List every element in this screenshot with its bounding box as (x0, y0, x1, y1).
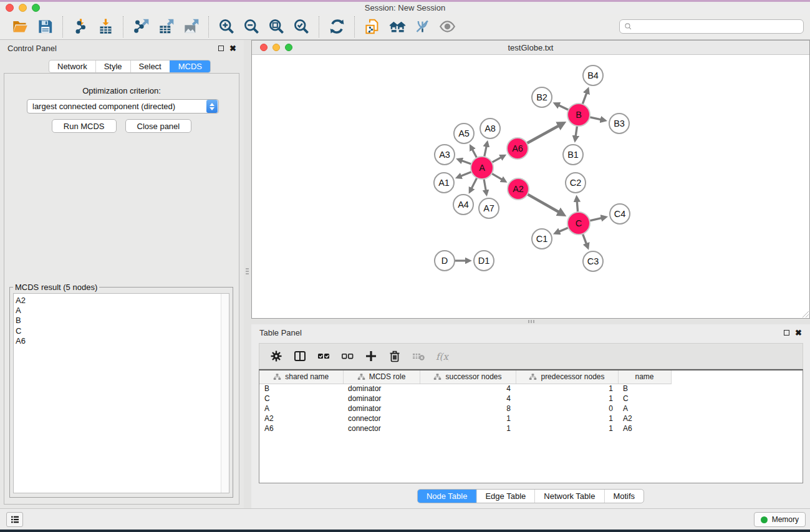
edge-C-C1[interactable] (556, 227, 570, 233)
table-cell[interactable]: A (259, 404, 343, 414)
graph-node-A[interactable]: A (471, 157, 493, 179)
edge-A2-C[interactable] (526, 193, 564, 215)
graph-node-B4[interactable]: B4 (583, 65, 603, 85)
edge-A-A6[interactable] (491, 155, 504, 163)
graph-node-D[interactable]: D (435, 251, 455, 271)
add-column-button[interactable] (359, 346, 383, 367)
graph-node-A6[interactable]: A6 (507, 138, 528, 159)
window-resize-grip-icon[interactable] (801, 309, 809, 317)
zoom-in-button[interactable] (214, 16, 239, 38)
edge-C-C3[interactable] (582, 233, 588, 248)
column-header-predecessor-nodes[interactable]: predecessor nodes (516, 370, 618, 384)
graph-node-A2[interactable]: A2 (508, 178, 529, 200)
edge-A6-B[interactable] (526, 123, 563, 143)
column-header-MCDS-role[interactable]: MCDS role (343, 370, 420, 384)
column-header-shared-name[interactable]: shared name (259, 370, 343, 384)
zoom-out-button[interactable] (239, 16, 264, 38)
graph-node-A7[interactable]: A7 (479, 198, 499, 218)
graph-node-B[interactable]: B (567, 104, 590, 126)
zoom-window-button[interactable] (32, 4, 40, 12)
memory-button[interactable]: Memory (754, 512, 806, 527)
table-settings-button[interactable] (264, 346, 288, 367)
edge-A-A4[interactable] (470, 177, 477, 191)
edge-B-B4[interactable] (582, 89, 587, 105)
edge-B-B3[interactable] (589, 117, 605, 120)
float-panel-icon[interactable] (218, 46, 224, 51)
table-cell[interactable]: 4 (420, 394, 516, 404)
mcds-result-list[interactable]: A2ABCA6 (13, 293, 229, 493)
graph-node-A8[interactable]: A8 (480, 118, 500, 138)
table-cell[interactable]: connector (343, 423, 420, 433)
network-canvas[interactable]: B4B2BB3A8A5A6A3B1AA1C2A2A4A7C4CC1C3DD1 (252, 55, 809, 319)
tab-style[interactable]: Style (95, 60, 130, 72)
graph-node-D1[interactable]: D1 (474, 251, 494, 271)
apply-layout-button[interactable] (324, 16, 349, 38)
result-list-item[interactable]: A2 (16, 296, 229, 306)
graph-node-C[interactable]: C (567, 212, 590, 235)
column-header-name[interactable]: name (618, 370, 671, 384)
network-window-titlebar[interactable]: testGlobe.txt (252, 41, 809, 55)
edge-A-A3[interactable] (458, 160, 473, 165)
hide-graphics-details-button[interactable] (410, 16, 435, 38)
unselect-all-button[interactable] (335, 346, 359, 367)
table-cell[interactable]: C (259, 394, 343, 404)
save-session-button[interactable] (32, 16, 57, 38)
graph-node-B3[interactable]: B3 (609, 114, 629, 133)
table-cell[interactable]: 4 (420, 384, 516, 394)
delete-table-button[interactable] (407, 346, 430, 367)
edge-A-A1[interactable] (457, 172, 473, 178)
function-builder-button[interactable]: f(x) (430, 346, 454, 367)
import-network-button[interactable] (68, 16, 93, 38)
table-cell[interactable]: A (618, 404, 671, 414)
table-cell[interactable]: 1 (516, 414, 618, 423)
show-graphics-details-button[interactable] (435, 16, 460, 38)
first-neighbors-button[interactable] (385, 16, 410, 38)
vertical-splitter[interactable] (244, 40, 251, 508)
edge-A-A7[interactable] (484, 178, 486, 195)
close-window-button[interactable] (6, 4, 14, 12)
new-network-from-selection-button[interactable] (360, 16, 385, 38)
open-file-button[interactable] (7, 16, 32, 38)
run-mcds-button[interactable]: Run MCDS (52, 119, 117, 133)
table-cell[interactable]: A6 (259, 423, 343, 433)
result-list-item[interactable]: A (16, 306, 229, 316)
node-table[interactable]: shared nameMCDS rolesuccessor nodesprede… (259, 369, 803, 483)
table-cell[interactable]: C (618, 394, 671, 404)
graph-node-A5[interactable]: A5 (454, 123, 474, 143)
table-cell[interactable]: dominator (343, 384, 420, 394)
result-list-scrollbar[interactable] (221, 294, 229, 493)
tab-network[interactable]: Network (49, 60, 95, 72)
select-all-button[interactable] (312, 346, 335, 367)
graph-node-A1[interactable]: A1 (434, 173, 454, 193)
edge-A-A2[interactable] (491, 173, 505, 181)
tab-motifs[interactable]: Motifs (604, 490, 644, 503)
edge-A-A5[interactable] (471, 146, 478, 158)
table-cell[interactable]: dominator (343, 394, 420, 404)
table-cell[interactable]: 8 (420, 404, 516, 414)
graph-node-C2[interactable]: C2 (566, 173, 586, 193)
minimize-window-button[interactable] (19, 4, 27, 12)
graph-node-A3[interactable]: A3 (435, 145, 455, 165)
table-cell[interactable]: connector (343, 414, 420, 423)
task-history-button[interactable] (6, 512, 23, 527)
tab-node-table[interactable]: Node Table (418, 490, 476, 503)
edge-B-B1[interactable] (575, 125, 577, 140)
column-header-successor-nodes[interactable]: successor nodes (420, 370, 516, 384)
table-cell[interactable]: A6 (618, 423, 671, 433)
delete-column-button[interactable] (383, 346, 407, 367)
graph-node-B2[interactable]: B2 (532, 87, 552, 107)
edge-C-C2[interactable] (577, 197, 578, 213)
horizontal-splitter[interactable] (251, 319, 810, 324)
table-cell[interactable]: 1 (420, 423, 516, 433)
tab-edge-table[interactable]: Edge Table (476, 490, 534, 503)
graph-node-B1[interactable]: B1 (563, 145, 583, 165)
table-cell[interactable]: 1 (420, 414, 516, 423)
close-panel-button[interactable]: Close panel (125, 119, 192, 133)
table-row[interactable]: A6connector11A6 (259, 423, 671, 433)
table-cell[interactable]: dominator (343, 404, 420, 414)
close-panel-icon[interactable]: ✖ (229, 46, 236, 51)
export-network-button[interactable] (128, 16, 153, 38)
edge-B-B2[interactable] (555, 104, 569, 110)
table-cell[interactable]: A2 (259, 414, 343, 423)
float-panel-icon[interactable] (784, 330, 789, 336)
